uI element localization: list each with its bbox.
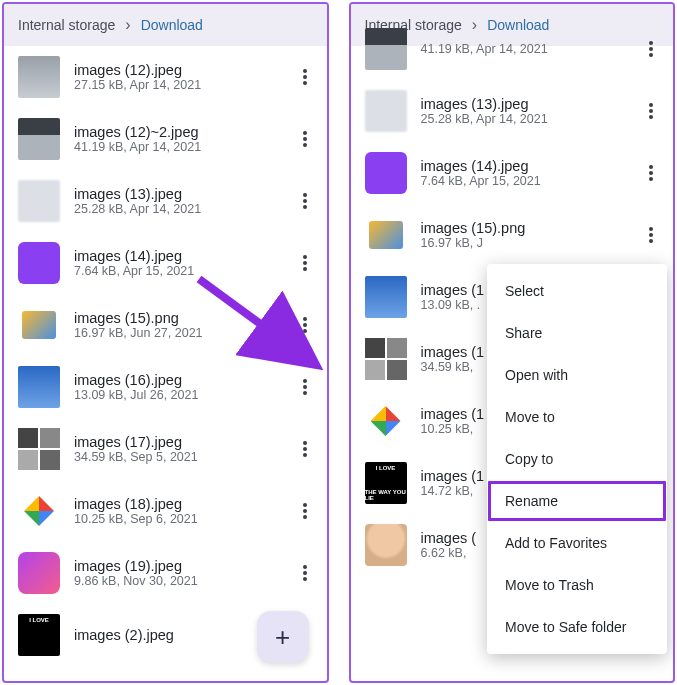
file-row[interactable]: images (14).jpeg7.64 kB, Apr 15, 2021 — [351, 142, 674, 204]
file-row[interactable]: images (18).jpeg10.25 kB, Sep 6, 2021 — [4, 480, 327, 542]
file-info: images (16).jpeg13.09 kB, Jul 26, 2021 — [74, 372, 279, 402]
file-row[interactable]: images (12)~2.jpeg41.19 kB, Apr 14, 2021 — [4, 108, 327, 170]
svg-point-12 — [303, 317, 307, 321]
file-thumbnail — [18, 56, 60, 98]
file-name: images (15).png — [421, 220, 626, 236]
svg-point-38 — [649, 171, 653, 175]
file-thumbnail — [18, 552, 60, 594]
menu-item-open-with[interactable]: Open with — [487, 354, 667, 396]
file-info: images (17).jpeg34.59 kB, Sep 5, 2021 — [74, 434, 279, 464]
file-info: images (12).jpeg27.15 kB, Apr 14, 2021 — [74, 62, 279, 92]
file-row[interactable]: images (12).jpeg27.15 kB, Apr 14, 2021 — [4, 46, 327, 108]
file-info: images (12)~2.jpeg41.19 kB, Apr 14, 2021 — [74, 124, 279, 154]
file-thumbnail — [18, 428, 60, 470]
menu-item-move-to-safe-folder[interactable]: Move to Safe folder — [487, 606, 667, 648]
file-row[interactable]: images (13).jpeg25.28 kB, Apr 14, 2021 — [351, 80, 674, 142]
context-menu: SelectShareOpen withMove toCopy toRename… — [487, 264, 667, 654]
file-row[interactable]: images (19).jpeg9.86 kB, Nov 30, 2021 — [4, 542, 327, 604]
file-name: images (12).jpeg — [74, 62, 279, 78]
file-thumbnail: I LOVE — [18, 614, 60, 656]
file-info: images (13).jpeg25.28 kB, Apr 14, 2021 — [421, 96, 626, 126]
more-options-icon[interactable] — [639, 220, 663, 250]
breadcrumb-root[interactable]: Internal storage — [18, 17, 115, 33]
svg-point-19 — [303, 447, 307, 451]
file-name: images (13).jpeg — [74, 186, 279, 202]
svg-point-33 — [649, 53, 653, 57]
svg-point-36 — [649, 115, 653, 119]
svg-point-20 — [303, 453, 307, 457]
file-row[interactable]: images (15).png16.97 kB, J — [351, 204, 674, 266]
file-meta: 16.97 kB, J — [421, 236, 626, 250]
file-info: images (15).png16.97 kB, Jun 27, 2021 — [74, 310, 279, 340]
svg-point-40 — [649, 227, 653, 231]
more-options-icon[interactable] — [639, 34, 663, 64]
menu-item-move-to-trash[interactable]: Move to Trash — [487, 564, 667, 606]
file-info: images (13).jpeg25.28 kB, Apr 14, 2021 — [74, 186, 279, 216]
breadcrumb[interactable]: Internal storage › Download — [4, 4, 327, 46]
more-options-icon[interactable] — [293, 124, 317, 154]
file-name: images (12)~2.jpeg — [74, 124, 279, 140]
more-options-icon[interactable] — [293, 186, 317, 216]
svg-point-4 — [303, 137, 307, 141]
more-options-icon[interactable] — [639, 158, 663, 188]
more-options-icon[interactable] — [293, 372, 317, 402]
svg-point-1 — [303, 75, 307, 79]
file-thumbnail — [365, 90, 407, 132]
file-name: images (2).jpeg — [74, 627, 279, 643]
svg-point-10 — [303, 261, 307, 265]
svg-point-21 — [303, 503, 307, 507]
file-name: images (19).jpeg — [74, 558, 279, 574]
file-thumbnail: I LOVETHE WAY YOU LIE — [365, 462, 407, 504]
breadcrumb-current[interactable]: Download — [141, 17, 203, 33]
more-options-icon[interactable] — [293, 310, 317, 340]
svg-point-32 — [649, 47, 653, 51]
plus-icon: + — [275, 622, 290, 653]
more-options-icon[interactable] — [639, 96, 663, 126]
svg-point-9 — [303, 255, 307, 259]
file-row[interactable]: images (14).jpeg7.64 kB, Apr 15, 2021 — [4, 232, 327, 294]
more-options-icon[interactable] — [293, 62, 317, 92]
svg-point-16 — [303, 385, 307, 389]
more-options-icon[interactable] — [293, 434, 317, 464]
file-thumbnail — [365, 214, 407, 256]
file-meta: 27.15 kB, Apr 14, 2021 — [74, 78, 279, 92]
menu-item-share[interactable]: Share — [487, 312, 667, 354]
menu-item-copy-to[interactable]: Copy to — [487, 438, 667, 480]
more-options-icon[interactable] — [293, 558, 317, 588]
file-row[interactable]: images (16).jpeg13.09 kB, Jul 26, 2021 — [4, 356, 327, 418]
file-thumbnail — [18, 366, 60, 408]
file-name: images (18).jpeg — [74, 496, 279, 512]
file-row[interactable]: images (17).jpeg34.59 kB, Sep 5, 2021 — [4, 418, 327, 480]
file-row[interactable]: images (15).png16.97 kB, Jun 27, 2021 — [4, 294, 327, 356]
menu-item-add-to-favorites[interactable]: Add to Favorites — [487, 522, 667, 564]
svg-point-26 — [303, 577, 307, 581]
chevron-right-icon: › — [125, 16, 130, 34]
file-meta: 41.19 kB, Apr 14, 2021 — [421, 42, 626, 56]
svg-point-13 — [303, 323, 307, 327]
fab-add-button[interactable]: + — [257, 611, 309, 663]
svg-point-11 — [303, 267, 307, 271]
file-meta: 16.97 kB, Jun 27, 2021 — [74, 326, 279, 340]
svg-point-0 — [303, 69, 307, 73]
file-thumbnail — [365, 276, 407, 318]
file-row[interactable]: images (13).jpeg25.28 kB, Apr 14, 2021 — [4, 170, 327, 232]
menu-item-rename[interactable]: Rename — [487, 480, 667, 522]
file-meta: 41.19 kB, Apr 14, 2021 — [74, 140, 279, 154]
svg-point-18 — [303, 441, 307, 445]
menu-item-move-to[interactable]: Move to — [487, 396, 667, 438]
menu-item-select[interactable]: Select — [487, 270, 667, 312]
file-row[interactable]: 41.19 kB, Apr 14, 2021 — [351, 18, 674, 80]
more-options-icon[interactable] — [293, 496, 317, 526]
file-info: images (14).jpeg7.64 kB, Apr 15, 2021 — [74, 248, 279, 278]
svg-point-17 — [303, 391, 307, 395]
file-name: images (16).jpeg — [74, 372, 279, 388]
svg-point-41 — [649, 233, 653, 237]
file-thumbnail — [365, 400, 407, 442]
file-thumbnail — [365, 152, 407, 194]
file-list: images (12).jpeg27.15 kB, Apr 14, 2021im… — [4, 46, 327, 666]
file-thumbnail — [365, 338, 407, 380]
file-meta: 7.64 kB, Apr 15, 2021 — [74, 264, 279, 278]
svg-point-3 — [303, 131, 307, 135]
svg-point-42 — [649, 239, 653, 243]
more-options-icon[interactable] — [293, 248, 317, 278]
